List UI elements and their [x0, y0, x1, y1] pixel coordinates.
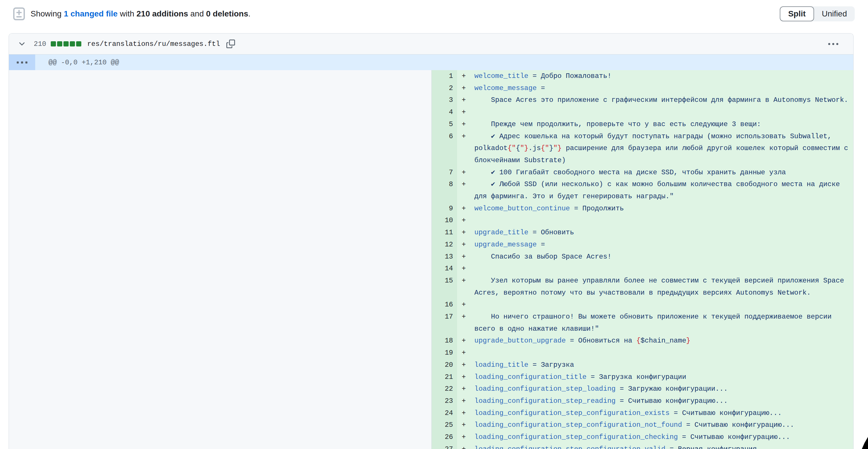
addition-marker: +	[457, 178, 474, 202]
line-number[interactable]: 10	[432, 214, 457, 227]
diff-row: 4+	[432, 106, 853, 118]
addition-marker: +	[457, 82, 474, 94]
changed-files-link[interactable]: 1 changed file	[64, 9, 118, 18]
addition-marker: +	[457, 214, 474, 227]
line-number[interactable]: 5	[432, 118, 457, 130]
line-number[interactable]: 16	[432, 299, 457, 311]
summary-text: Showing 1 changed file with 210 addition…	[31, 9, 251, 19]
addition-marker: +	[457, 167, 474, 179]
line-number[interactable]: 8	[432, 178, 457, 202]
addition-marker: +	[457, 130, 474, 167]
diffstat-count: 210	[34, 40, 46, 48]
line-number[interactable]: 13	[432, 251, 457, 263]
diff-row: 24+loading_configuration_step_configurat…	[432, 407, 853, 419]
addition-marker: +	[457, 347, 474, 359]
code-line: ✔ Любой SSD (или несколько) с как можно …	[474, 178, 853, 202]
line-number[interactable]: 24	[432, 407, 457, 419]
code-line: loading_configuration_step_reading = Счи…	[474, 395, 853, 407]
code-line: upgrade_message =	[474, 239, 853, 251]
code-line: Space Acres это приложение с графическим…	[474, 94, 853, 106]
code-line: Узел которым вы ранее управляли более не…	[474, 275, 853, 299]
code-line: Но ничего страшного! Вы можете обновить …	[474, 311, 853, 335]
code-line: upgrade_button_upgrade = Обновиться на {…	[474, 335, 853, 347]
diff-summary-bar: Showing 1 changed file with 210 addition…	[13, 6, 251, 21]
line-number[interactable]: 2	[432, 82, 457, 94]
diff-row: 21+loading_configuration_title = Загрузк…	[432, 371, 853, 383]
line-number[interactable]: 25	[432, 419, 457, 431]
left-empty-pane	[9, 70, 432, 449]
deletions-count: 0 deletions	[206, 9, 248, 18]
file-options-kebab-icon[interactable]	[825, 40, 841, 48]
diff-row: 13+ Спасибо за выбор Space Acres!	[432, 251, 853, 263]
file-diff-icon	[13, 7, 25, 21]
diff-row: 26+loading_configuration_step_configurat…	[432, 431, 853, 443]
code-line: Спасибо за выбор Space Acres!	[474, 251, 853, 263]
diff-row: 7+ ✔ 100 Гигабайт свободного места на ди…	[432, 167, 853, 179]
line-number[interactable]: 17	[432, 311, 457, 335]
code-line: welcome_message =	[474, 82, 853, 94]
unified-view-button[interactable]: Unified	[814, 6, 855, 21]
addition-marker: +	[457, 407, 474, 419]
diff-row: 11+upgrade_title = Обновить	[432, 227, 853, 239]
line-number[interactable]: 3	[432, 94, 457, 106]
code-line: loading_configuration_step_configuration…	[474, 443, 853, 449]
diff-row: 25+loading_configuration_step_configurat…	[432, 419, 853, 431]
code-line: upgrade_title = Обновить	[474, 227, 853, 239]
diff-row: 6+ ✔ Адрес кошелька на который будут пос…	[432, 130, 853, 167]
line-number[interactable]: 14	[432, 263, 457, 275]
diff-row: 2+welcome_message =	[432, 82, 853, 94]
line-number[interactable]: 7	[432, 167, 457, 179]
addition-marker: +	[457, 118, 474, 130]
split-view-button[interactable]: Split	[780, 6, 814, 21]
hunk-header-row: @@ -0,0 +1,210 @@	[9, 55, 853, 70]
addition-marker: +	[457, 94, 474, 106]
line-number[interactable]: 4	[432, 106, 457, 118]
addition-marker: +	[457, 383, 474, 395]
diff-row: 8+ ✔ Любой SSD (или несколько) с как мож…	[432, 178, 853, 202]
code-line: loading_title = Загрузка	[474, 359, 853, 371]
line-number[interactable]: 19	[432, 347, 457, 359]
file-name-link[interactable]: res/translations/ru/messages.ftl	[87, 40, 220, 48]
line-number[interactable]: 23	[432, 395, 457, 407]
additions-count: 210 additions	[136, 9, 188, 18]
addition-marker: +	[457, 251, 474, 263]
line-number[interactable]: 15	[432, 275, 457, 299]
diff-row: 14+	[432, 263, 853, 275]
addition-marker: +	[457, 106, 474, 118]
diff-row: 5+ Прежде чем продолжить, проверьте что …	[432, 118, 853, 130]
diffstat-blocks	[51, 41, 81, 47]
diff-row: 3+ Space Acres это приложение с графичес…	[432, 94, 853, 106]
line-number[interactable]: 6	[432, 130, 457, 167]
diff-row: 19+	[432, 347, 853, 359]
hunk-header-text: @@ -0,0 +1,210 @@	[35, 55, 119, 70]
line-number[interactable]: 9	[432, 203, 457, 215]
diff-row: 16+	[432, 299, 853, 311]
addition-marker: +	[457, 431, 474, 443]
line-number[interactable]: 26	[432, 431, 457, 443]
addition-marker: +	[457, 359, 474, 371]
line-number[interactable]: 22	[432, 383, 457, 395]
code-line: welcome_title = Добро Пожаловать!	[474, 70, 853, 82]
line-number[interactable]: 12	[432, 239, 457, 251]
line-number[interactable]: 27	[432, 443, 457, 449]
line-number[interactable]: 11	[432, 227, 457, 239]
addition-marker: +	[457, 203, 474, 215]
code-line	[474, 263, 853, 275]
line-number[interactable]: 20	[432, 359, 457, 371]
code-line: ✔ 100 Гигабайт свободного места на диске…	[474, 167, 853, 179]
expand-hunk-icon[interactable]	[9, 55, 35, 70]
code-line: loading_configuration_title = Загрузка к…	[474, 371, 853, 383]
code-line: Прежде чем продолжить, проверьте что у в…	[474, 118, 853, 130]
line-number[interactable]: 1	[432, 70, 457, 82]
line-number[interactable]: 21	[432, 371, 457, 383]
line-number[interactable]: 18	[432, 335, 457, 347]
file-header: 210 res/translations/ru/messages.ftl	[9, 33, 853, 55]
copy-path-button[interactable]	[225, 38, 236, 49]
diff-row: 23+loading_configuration_step_reading = …	[432, 395, 853, 407]
addition-marker: +	[457, 70, 474, 82]
diff-row: 27+loading_configuration_step_configurat…	[432, 443, 853, 449]
code-line: loading_configuration_step_configuration…	[474, 407, 853, 419]
diff-row: 1+welcome_title = Добро Пожаловать!	[432, 70, 853, 82]
code-line: loading_configuration_step_configuration…	[474, 431, 853, 443]
collapse-file-button[interactable]	[17, 38, 27, 49]
